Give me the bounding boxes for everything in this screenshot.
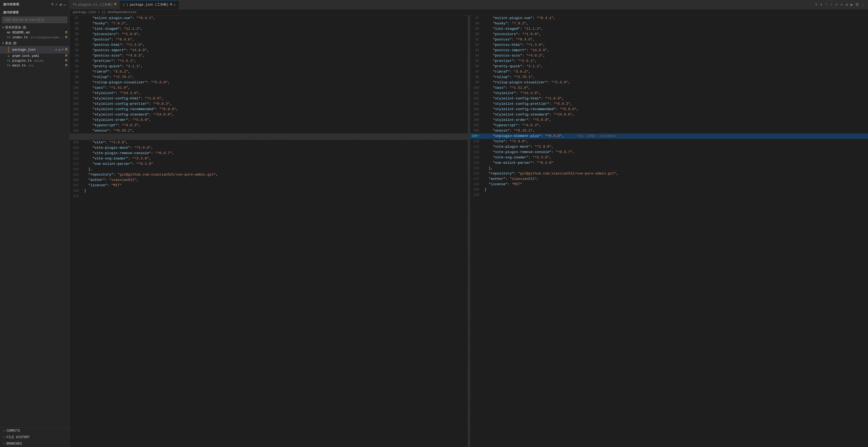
tab-package-json[interactable]: { } package.json (工作树) M ✕ xyxy=(120,0,179,9)
code-content: "stylelint": "^14.3.0", xyxy=(484,91,868,96)
toolbar-swap-icon[interactable]: ⇄ xyxy=(845,2,848,7)
code-content: "typescript": "^4.6.3", xyxy=(83,123,468,128)
line-number: 96 xyxy=(470,64,484,69)
change-file-main-ts[interactable]: TS main.ts src M xyxy=(0,63,69,68)
check-icon[interactable]: ✓ xyxy=(56,2,58,7)
yaml-icon: ≋ xyxy=(6,54,11,58)
sidebar-item-branches[interactable]: › BRANCHES xyxy=(0,441,69,447)
table-row: 97 "rimraf": "3.0.2", xyxy=(70,69,468,74)
table-row: 110 "vite": "^2.9.8", xyxy=(470,139,868,144)
code-content: "rimraf": "3.0.2", xyxy=(484,69,868,74)
table-row: 103 "stylelint-config-prettier": "^9.0.3… xyxy=(70,101,468,107)
table-row: 109 "vite": "^2.9.8", xyxy=(70,140,468,145)
table-row: 102 "stylelint-config-html": "^1.0.0", xyxy=(70,96,468,101)
code-content: "stylelint-config-recommended": "^6.0.0"… xyxy=(83,107,468,112)
code-content: "vue-eslint-parser": "^8.2.0" xyxy=(83,161,468,167)
staged-changes-header[interactable]: ▾ 暂存的更改 2 xyxy=(0,24,69,30)
toolbar-download-icon[interactable]: ⬇ xyxy=(820,2,823,7)
line-number: 109 xyxy=(70,140,83,145)
staged-file-readme[interactable]: MD README.md M xyxy=(0,30,69,35)
main-content: TS plugins.ts (工作树) M { } package.json (… xyxy=(70,0,868,447)
staged-changes-count: 2 xyxy=(22,26,27,29)
code-content: "postcss-import": "14.0.0", xyxy=(484,48,868,53)
diff-separator[interactable] xyxy=(468,16,470,447)
code-content: }, xyxy=(484,166,868,171)
code-content: "repository": "git@github.com:xiaoxian52… xyxy=(484,171,868,176)
toolbar-left-icon[interactable]: ↑ xyxy=(825,2,828,7)
tab-bar: TS plugins.ts (工作树) M { } package.json (… xyxy=(70,0,868,9)
table-row: 113 "vite-svg-loader": "^3.3.0", xyxy=(470,155,868,160)
table-row: 96 "pretty-quick": "3.1.1", xyxy=(470,64,868,69)
table-row: 111 "vite-plugin-remove-console": "^0.0.… xyxy=(70,151,468,156)
toolbar-upload-icon[interactable]: ⬆ xyxy=(815,2,817,7)
toolbar-run-icon[interactable]: ▶ xyxy=(850,2,853,7)
code-content: "husky": "7.0.2", xyxy=(484,21,868,26)
table-row: 117 "author": "xiaoxian521", xyxy=(470,176,868,182)
line-number: 95 xyxy=(470,58,484,64)
line-number: 98 xyxy=(70,74,83,80)
left-editor-scroll[interactable]: 87 "eslint-plugin-vue": "^8.4.1",88 "hus… xyxy=(70,16,468,447)
list-icon[interactable]: ≡ xyxy=(51,2,54,7)
change-file-package-json[interactable]: { } package.json ↩ ↺ + M xyxy=(0,46,69,54)
table-row: 92 "postcss-html": "^1.3.0", xyxy=(70,42,468,48)
tab-close-button[interactable]: ✕ xyxy=(174,3,176,7)
table-row: 87 "eslint-plugin-vue": "^8.4.1", xyxy=(470,16,868,21)
toolbar-switch-icon[interactable]: ↓ xyxy=(830,2,833,7)
changes-count: 4 xyxy=(12,41,17,45)
commit-message-input[interactable] xyxy=(2,17,67,23)
chevron-right-icon: › xyxy=(3,436,5,439)
code-content: "unplugin-element-plus": "^0.4.0", You, … xyxy=(484,133,868,139)
table-row: 98 "rollup": "^2.70.1", xyxy=(470,74,868,80)
code-content: "eslint-plugin-vue": "^8.4.1", xyxy=(484,16,868,21)
toolbar-split-icon[interactable]: ⧉ xyxy=(856,2,859,7)
code-content: "eslint-plugin-vue": "^8.4.1", xyxy=(83,16,468,21)
open-changes-icon[interactable]: ↺ xyxy=(58,48,61,52)
change-file-pnpm-lock[interactable]: ≋ pnpm-lock.yaml M xyxy=(0,54,69,58)
code-content: "lint-staged": "11.1.2", xyxy=(83,26,468,32)
code-content: "rollup": "^2.70.1", xyxy=(83,74,468,80)
sidebar-item-commits[interactable]: › COMMITS xyxy=(0,428,69,434)
code-content: "pretty-quick": "3.1.1", xyxy=(83,64,468,69)
line-number: 114 xyxy=(470,160,484,166)
right-editor-scroll[interactable]: 87 "eslint-plugin-vue": "^8.4.1",88 "hus… xyxy=(470,16,868,447)
code-content: "stylelint-config-standard": "^24.0.0", xyxy=(484,112,868,117)
line-number: 119 xyxy=(70,193,83,199)
changes-files-list: { } package.json ↩ ↺ + M ≋ pnpm-lock.yam… xyxy=(0,46,69,68)
toolbar-next-icon[interactable]: ↪ xyxy=(840,2,843,7)
table-row: 98 "rollup": "^2.70.1", xyxy=(70,74,468,80)
revert-icon[interactable]: ↩ xyxy=(55,48,57,52)
change-file-plugins-ts[interactable]: TS plugins.ts build M xyxy=(0,58,69,63)
line-number: 115 xyxy=(470,166,484,171)
more-icon[interactable]: … xyxy=(64,2,66,7)
changes-header[interactable]: ▾ 更改 4 xyxy=(0,40,69,46)
code-content: "picocolors": "^1.0.0", xyxy=(484,32,868,37)
table-row: 96 "pretty-quick": "3.1.1", xyxy=(70,64,468,69)
table-row: 89 "lint-staged": "11.1.2", xyxy=(70,26,468,32)
refresh-icon[interactable]: ↺ xyxy=(60,2,62,7)
table-row: 119} xyxy=(470,187,868,192)
table-row: 107 "typescript": "^4.6.3", xyxy=(70,123,468,128)
table-row: 92 "postcss-html": "^1.3.0", xyxy=(470,42,868,48)
table-row: 88 "husky": "7.0.2", xyxy=(470,21,868,26)
tab-plugins-ts[interactable]: TS plugins.ts (工作树) M xyxy=(70,0,120,9)
toolbar-prev-icon[interactable]: ↩ xyxy=(835,2,838,7)
line-number: 106 xyxy=(470,117,484,123)
toolbar-more-icon[interactable]: … xyxy=(861,2,864,7)
code-content: "sass": "^1.51.0", xyxy=(83,85,468,91)
line-number: 99 xyxy=(470,80,484,85)
code-content: "picocolors": "^1.0.0", xyxy=(83,32,468,37)
code-content: "vite-svg-loader": "^3.3.0", xyxy=(484,155,868,160)
table-row: 105 "stylelint-config-standard": "^24.0.… xyxy=(70,112,468,117)
sidebar-item-file-history[interactable]: › FILE HISTORY xyxy=(0,434,69,441)
line-number: 88 xyxy=(470,21,484,26)
breadcrumb: package.json > {} devDependencies xyxy=(70,9,868,16)
line-number: 101 xyxy=(470,91,484,96)
stage-icon[interactable]: + xyxy=(62,48,64,52)
staged-file-index[interactable]: TS index.ts src/plugins/elem... M xyxy=(0,35,69,40)
line-number: 117 xyxy=(70,183,83,188)
code-content: "stylelint-config-prettier": "^9.0.3", xyxy=(484,101,868,107)
sidebar-bottom: › COMMITS › FILE HISTORY › BRANCHES xyxy=(0,427,69,447)
code-content: "vite-plugin-remove-console": "^0.0.7", xyxy=(83,151,468,156)
sidebar-title: 源代码管理 ≡ ✓ ↺ … xyxy=(0,0,69,9)
line-number: 101 xyxy=(70,91,83,96)
